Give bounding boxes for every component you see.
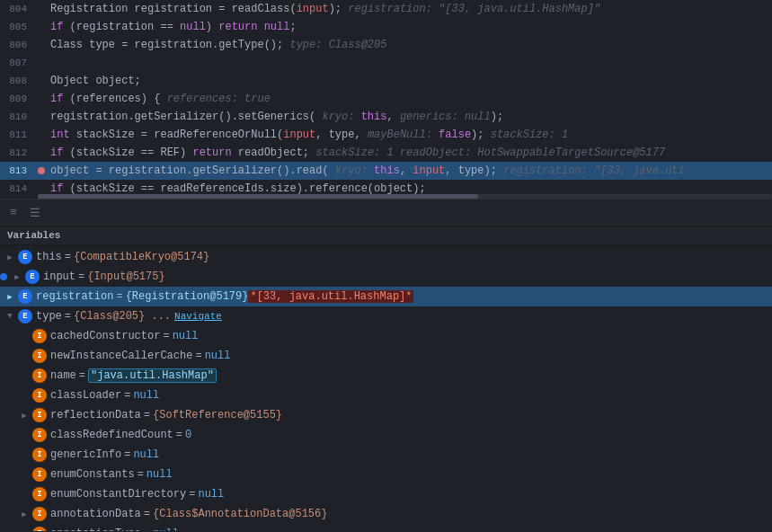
code-line-812: 812 if (stackSize == REF) return readObj… (0, 144, 772, 162)
code-line-804: 804 Registration registration = readClas… (0, 0, 772, 18)
var-icon-genericinfo: I (32, 448, 47, 462)
var-item-registration[interactable]: ▶ E registration = {Registration@5179} *… (0, 287, 772, 306)
code-line-809: 809 if (references) { references: true (0, 90, 772, 108)
var-val-registration-highlight: *[33, java.util.HashMap]* (248, 290, 413, 303)
var-item-enumconstants[interactable]: I enumConstants = null (0, 465, 772, 484)
var-val-reflectiondata: {SoftReference@5155} (153, 409, 282, 421)
var-val-type: {Class@205} ... (74, 310, 171, 323)
line-number-807: 807 (0, 58, 38, 68)
var-item-newinstancecallercache[interactable]: I newInstanceCallerCache = null (0, 346, 772, 366)
line-content-813: object = registration.getSerializer().re… (47, 164, 772, 177)
line-content-804: Registration registration = readClass(in… (47, 3, 772, 15)
var-val-name: "java.util.HashMap" (88, 368, 217, 383)
code-line-805: 805 if (registration == null) return nul… (0, 18, 772, 36)
line-content-810: registration.getSerializer().setGenerics… (47, 111, 772, 123)
line-number-809: 809 (0, 93, 38, 104)
var-icon-this: E (18, 250, 32, 264)
breakpoint-813 (38, 167, 45, 174)
expand-arrow-this[interactable]: ▶ (4, 251, 16, 263)
line-content-811: int stackSize = readReferenceOrNull(inpu… (47, 129, 772, 141)
var-name-reflectiondata: reflectionData (50, 409, 141, 421)
var-name-type: type (36, 310, 62, 323)
line-content-805: if (registration == null) return null; (47, 21, 772, 33)
var-icon-enumconstantdirectory: I (32, 487, 47, 501)
expand-arrow-annotationdata[interactable]: ▶ (18, 508, 31, 520)
var-val-classloader: null (133, 389, 159, 402)
var-eq-this: = (65, 251, 71, 263)
var-list: ▶ E this = {CompatibleKryo@5174} ▶ E inp… (0, 245, 772, 531)
main-container: 804 Registration registration = readClas… (0, 0, 772, 532)
var-item-type[interactable]: ▼ E type = {Class@205} ... Navigate (0, 306, 772, 326)
var-item-enumconstantdirectory[interactable]: I enumConstantDirectory = null (0, 484, 772, 504)
var-item-annotationdata[interactable]: ▶ I annotationData = {Class$AnnotationDa… (0, 504, 772, 524)
var-val-enumconstants: null (146, 468, 173, 481)
var-eq-type: = (65, 310, 71, 323)
var-item-annotationtype[interactable]: I annotationType = null (0, 524, 772, 531)
var-name-name: name (50, 369, 76, 382)
horizontal-scrollbar[interactable] (38, 194, 772, 199)
var-val-annotationdata: {Class$AnnotationData@5156} (153, 508, 327, 520)
var-item-cachedconstructor[interactable]: I cachedConstructor = null (0, 326, 772, 346)
code-line-813: 813 object = registration.getSerializer(… (0, 162, 772, 180)
var-icon-enumconstants: I (32, 467, 47, 482)
var-val-cachedconstructor: null (173, 330, 199, 342)
var-name-annotationdata: annotationData (50, 508, 141, 520)
var-name-this: this (36, 251, 62, 263)
line-content-808: Object object; (47, 75, 772, 87)
line-number-804: 804 (0, 4, 38, 14)
code-editor: 804 Registration registration = readClas… (0, 0, 772, 200)
var-val-genericinfo: null (133, 448, 159, 461)
var-item-classloader[interactable]: I classLoader = null (0, 386, 772, 405)
expand-arrow-input[interactable]: ▶ (11, 270, 23, 283)
var-name-genericinfo: genericInfo (50, 448, 121, 461)
code-lines: 804 Registration registration = readClas… (0, 0, 772, 198)
var-icon-cachedconstructor: I (32, 329, 47, 343)
line-number-811: 811 (0, 129, 38, 140)
expand-arrow-reflectiondata[interactable]: ▶ (18, 409, 31, 421)
var-item-classredefinedcount[interactable]: I classRedefinedCount = 0 (0, 425, 772, 445)
var-item-input[interactable]: ▶ E input = {Input@5175} (0, 267, 772, 287)
line-number-808: 808 (0, 75, 38, 86)
var-name-annotationtype: annotationType (50, 528, 141, 531)
var-name-registration: registration (36, 290, 113, 303)
var-val-classredefinedcount: 0 (185, 429, 191, 441)
var-item-this[interactable]: ▶ E this = {CompatibleKryo@5174} (0, 247, 772, 267)
var-val-registration: {Registration@5179} (126, 290, 249, 303)
toolbar-icon-list2[interactable]: ☰ (27, 205, 43, 221)
var-eq-registration: = (116, 290, 122, 303)
var-name-cachedconstructor: cachedConstructor (50, 330, 160, 342)
var-val-enumconstantdirectory: null (198, 488, 224, 501)
var-icon-classloader: I (32, 388, 47, 403)
expand-arrow-registration[interactable]: ▶ (4, 290, 16, 303)
expand-arrow-type[interactable]: ▼ (4, 310, 16, 323)
var-name-enumconstantdirectory: enumConstantDirectory (50, 488, 186, 501)
toolbar-icon-list[interactable]: ≡ (5, 205, 22, 221)
line-content-812: if (stackSize == REF) return readObject;… (47, 146, 772, 159)
code-line-808: 808 Object object; (0, 72, 772, 90)
var-name-classloader: classLoader (50, 389, 121, 402)
line-number-805: 805 (0, 22, 38, 32)
var-icon-newinstancecallercache: I (32, 349, 47, 363)
variables-panel: Variables ▶ E this = {CompatibleKryo@517… (0, 226, 772, 532)
code-line-810: 810 registration.getSerializer().setGene… (0, 108, 772, 126)
var-name-enumconstants: enumConstants (50, 468, 135, 481)
var-icon-name: I (32, 368, 47, 383)
line-number-812: 812 (0, 147, 38, 158)
var-icon-annotationdata: I (32, 507, 47, 521)
var-name-classredefinedcount: classRedefinedCount (50, 429, 173, 441)
code-line-807: 807 (0, 54, 772, 72)
var-val-annotationtype: null (153, 528, 179, 531)
navigate-link-type[interactable]: Navigate (174, 311, 222, 322)
var-item-genericinfo[interactable]: I genericInfo = null (0, 445, 772, 465)
var-icon-classredefinedcount: I (32, 428, 47, 442)
var-icon-registration: E (18, 289, 32, 304)
var-icon-annotationtype: I (32, 527, 47, 531)
var-icon-reflectiondata: I (32, 408, 47, 422)
var-item-name[interactable]: I name = "java.util.HashMap" (0, 366, 772, 386)
var-item-reflectiondata[interactable]: ▶ I reflectionData = {SoftReference@5155… (0, 405, 772, 425)
line-number-806: 806 (0, 40, 38, 50)
var-eq-input: = (78, 270, 84, 283)
line-content-814: if (stackSize == readReferenceIds.size).… (47, 182, 772, 195)
line-number-814: 814 (0, 183, 38, 194)
debug-toolbar: ≡ ☰ (0, 200, 772, 226)
